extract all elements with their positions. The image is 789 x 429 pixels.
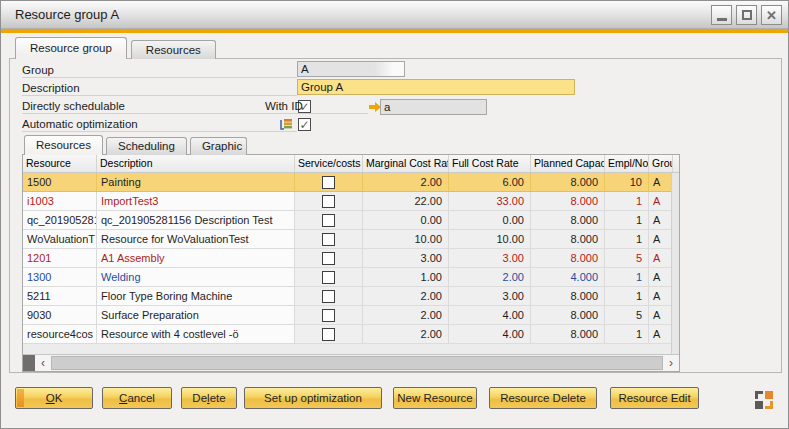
optimization-levels-icon[interactable] bbox=[279, 117, 294, 131]
scrollbar-anchor[interactable] bbox=[23, 355, 35, 371]
cell-group: A bbox=[649, 287, 673, 305]
cell-description: Floor Type Boring Machine bbox=[97, 287, 295, 305]
cell-full: 3.00 bbox=[449, 249, 531, 267]
scrollbar-thumb[interactable] bbox=[51, 356, 663, 370]
subtab-graphic[interactable]: Graphic bbox=[190, 137, 247, 155]
cell-planned: 8.000 bbox=[531, 192, 605, 210]
sub-tab-strip: ResourcesSchedulingGraphic bbox=[24, 135, 250, 155]
description-input[interactable] bbox=[297, 79, 575, 95]
column-header-marginal-cost-rate[interactable]: Marginal Cost Rate bbox=[363, 155, 449, 172]
with-id-label: With ID bbox=[265, 98, 368, 114]
cell-resource: 1500 bbox=[23, 173, 97, 191]
cell-resource: 1201 bbox=[23, 249, 97, 267]
service-costs-checkbox[interactable] bbox=[322, 195, 335, 208]
form-settings-icon[interactable] bbox=[755, 391, 773, 409]
table-row[interactable]: 9030Surface Preparation2.004.008.0005A bbox=[23, 306, 679, 325]
cell-description: qc_201905281156 Description Test bbox=[97, 211, 295, 229]
cancel-button[interactable]: Cancel bbox=[102, 387, 172, 409]
cell-empl: 5 bbox=[605, 249, 649, 267]
service-costs-checkbox[interactable] bbox=[322, 176, 335, 189]
cell-group: A bbox=[649, 173, 673, 191]
accent-bar bbox=[1, 29, 788, 33]
subtab-scheduling[interactable]: Scheduling bbox=[106, 137, 187, 155]
service-costs-checkbox[interactable] bbox=[322, 252, 335, 265]
table-row[interactable]: i1003ImportTest322.0033.008.0001A bbox=[23, 192, 679, 211]
cell-full: 3.00 bbox=[449, 287, 531, 305]
maximize-button[interactable] bbox=[736, 5, 757, 25]
automatic-optimization-label: Automatic optimization bbox=[22, 116, 297, 132]
table-row[interactable]: 1500Painting2.006.008.00010A bbox=[23, 173, 679, 192]
column-header-description[interactable]: Description bbox=[97, 155, 295, 172]
cell-description: A1 Assembly bbox=[97, 249, 295, 267]
cell-description: Painting bbox=[97, 173, 295, 191]
minimize-button[interactable] bbox=[711, 5, 732, 25]
cell-empl: 1 bbox=[605, 287, 649, 305]
check-icon: ✓ bbox=[299, 120, 309, 130]
cell-service-costs bbox=[295, 230, 363, 248]
group-input[interactable] bbox=[297, 61, 405, 77]
service-costs-checkbox[interactable] bbox=[322, 290, 335, 303]
close-icon: ✕ bbox=[766, 9, 777, 22]
cell-marginal: 2.00 bbox=[363, 173, 449, 191]
set-up-optimization-button[interactable]: Set up optimization bbox=[244, 387, 382, 409]
resource-delete-button[interactable]: Resource Delete bbox=[489, 387, 597, 409]
window-controls: ✕ bbox=[711, 5, 782, 25]
cell-marginal: 22.00 bbox=[363, 192, 449, 210]
cell-marginal: 2.00 bbox=[363, 325, 449, 343]
column-header-empl-no[interactable]: Empl/No. bbox=[605, 155, 649, 172]
with-id-input[interactable] bbox=[380, 99, 487, 115]
horizontal-scrollbar[interactable]: ‹ › bbox=[23, 354, 679, 371]
cell-marginal: 2.00 bbox=[363, 287, 449, 305]
vertical-scrollbar[interactable] bbox=[671, 173, 679, 354]
table-row[interactable]: 1201A1 Assembly3.003.008.0005A bbox=[23, 249, 679, 268]
action-button-row: OKCancelDeleteSet up optimizationNew Res… bbox=[15, 387, 699, 409]
table-row[interactable]: resource4cosResource with 4 costlevel -ö… bbox=[23, 325, 679, 344]
cell-service-costs bbox=[295, 287, 363, 305]
tab-resources[interactable]: Resources bbox=[131, 40, 216, 59]
cell-full: 6.00 bbox=[449, 173, 531, 191]
service-costs-checkbox[interactable] bbox=[322, 214, 335, 227]
chevron-left-icon: ‹ bbox=[41, 356, 45, 370]
cell-service-costs bbox=[295, 211, 363, 229]
close-button[interactable]: ✕ bbox=[761, 5, 782, 25]
service-costs-checkbox[interactable] bbox=[322, 309, 335, 322]
service-costs-checkbox[interactable] bbox=[322, 328, 335, 341]
cell-planned: 8.000 bbox=[531, 306, 605, 324]
cell-full: 10.00 bbox=[449, 230, 531, 248]
table-row[interactable]: 1300Welding1.002.004.0001A bbox=[23, 268, 679, 287]
service-costs-checkbox[interactable] bbox=[322, 233, 335, 246]
automatic-optimization-checkbox[interactable]: ✓ bbox=[298, 118, 311, 131]
column-header-service-costs[interactable]: Service/costs bbox=[295, 155, 363, 172]
column-header-full-cost-rate[interactable]: Full Cost Rate bbox=[449, 155, 531, 172]
cell-empl: 1 bbox=[605, 268, 649, 286]
column-header-planned-capaci[interactable]: Planned Capaci bbox=[531, 155, 605, 172]
subtab-resources[interactable]: Resources bbox=[24, 135, 103, 155]
tab-resource-group[interactable]: Resource group bbox=[15, 37, 127, 59]
column-header-group[interactable]: Group bbox=[649, 155, 673, 172]
service-costs-checkbox[interactable] bbox=[322, 271, 335, 284]
tab-content-panel: Group Description Directly schedulable ✓… bbox=[9, 58, 782, 373]
table-row[interactable]: qc_201905281qc_201905281156 Description … bbox=[23, 211, 679, 230]
cell-resource: 9030 bbox=[23, 306, 97, 324]
cell-resource: qc_201905281 bbox=[23, 211, 97, 229]
delete-button[interactable]: Delete bbox=[181, 387, 237, 409]
table-row[interactable]: WoValuationTResource for WoValuationTest… bbox=[23, 230, 679, 249]
table-row[interactable]: 5211Floor Type Boring Machine2.003.008.0… bbox=[23, 287, 679, 306]
ok-button[interactable]: OK bbox=[15, 387, 93, 409]
cell-empl: 1 bbox=[605, 230, 649, 248]
cell-marginal: 10.00 bbox=[363, 230, 449, 248]
column-header-resource[interactable]: Resource bbox=[23, 155, 97, 172]
titlebar: Resource group A ✕ bbox=[1, 1, 788, 29]
new-resource-button[interactable]: New Resource bbox=[393, 387, 477, 409]
cell-full: 0.00 bbox=[449, 211, 531, 229]
resource-edit-button[interactable]: Resource Edit bbox=[610, 387, 699, 409]
cell-resource: i1003 bbox=[23, 192, 97, 210]
cell-planned: 8.000 bbox=[531, 287, 605, 305]
cell-empl: 1 bbox=[605, 211, 649, 229]
scroll-right-button[interactable]: › bbox=[663, 355, 679, 371]
scroll-left-button[interactable]: ‹ bbox=[35, 355, 51, 371]
cell-marginal: 1.00 bbox=[363, 268, 449, 286]
cell-group: A bbox=[649, 211, 673, 229]
cell-description: ImportTest3 bbox=[97, 192, 295, 210]
cell-planned: 4.000 bbox=[531, 268, 605, 286]
